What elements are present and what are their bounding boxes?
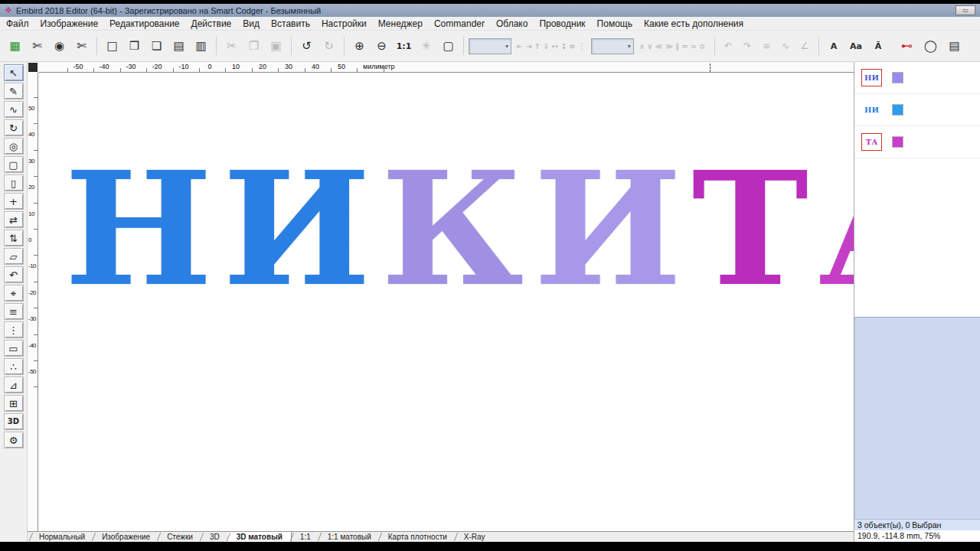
space-left-icon[interactable]: ≪ bbox=[655, 42, 662, 51]
stitch-size-combobox[interactable]: ▾ bbox=[591, 38, 634, 54]
balloon-icon[interactable]: ◯ bbox=[920, 36, 941, 57]
menu-view[interactable]: Вид bbox=[243, 18, 260, 29]
color-swatch[interactable] bbox=[892, 136, 903, 148]
object-thumbnail[interactable]: ТА bbox=[861, 133, 882, 151]
stitch-camera-icon[interactable]: ◉ bbox=[49, 36, 70, 57]
save-design-icon[interactable]: ▤ bbox=[944, 36, 965, 57]
same-width-icon[interactable]: ∥ bbox=[675, 42, 679, 51]
zoom-out-icon[interactable]: ⊖ bbox=[371, 36, 392, 57]
open-file-icon[interactable]: ❒ bbox=[124, 36, 145, 57]
outline-tool[interactable]: ▭ bbox=[4, 340, 24, 357]
tab-3d[interactable]: 3D bbox=[201, 532, 228, 542]
design-canvas[interactable]: НИКИТА bbox=[38, 73, 854, 531]
redo-icon[interactable]: ↻ bbox=[318, 36, 339, 57]
object-row[interactable]: ТА bbox=[854, 126, 980, 158]
menu-editing[interactable]: Редактирование bbox=[109, 18, 179, 29]
new-file-icon[interactable]: □ bbox=[102, 36, 122, 57]
menu-insert[interactable]: Вставить bbox=[271, 18, 310, 29]
lasso-tool[interactable]: ∿ bbox=[4, 101, 24, 118]
match-size-icon[interactable]: ≍ bbox=[691, 42, 697, 51]
zoom-tool[interactable]: ◎ bbox=[4, 138, 24, 155]
embroidery-design[interactable]: НИКИТА bbox=[64, 151, 854, 308]
tab-image[interactable]: Изображение bbox=[93, 532, 158, 542]
menu-cloud[interactable]: Облако bbox=[496, 18, 528, 29]
space-up-icon[interactable]: ∧ bbox=[639, 42, 645, 51]
tab-normal[interactable]: Нормальный bbox=[31, 532, 93, 542]
rotate-90-tool[interactable]: ↶ bbox=[4, 266, 24, 283]
edit-nodes-tool[interactable]: ✎ bbox=[4, 83, 24, 99]
rotate-tool[interactable]: ↻ bbox=[4, 119, 24, 136]
object-row[interactable]: НИ bbox=[854, 62, 980, 94]
object-thumbnail[interactable]: НИ bbox=[861, 101, 882, 119]
angle-icon[interactable]: ∠ bbox=[796, 36, 814, 57]
grid-tool[interactable]: ⊞ bbox=[4, 395, 24, 412]
distribute-tool[interactable]: ⋮ bbox=[4, 321, 24, 338]
save-file-icon[interactable]: ▤ bbox=[168, 36, 189, 57]
center-h-icon[interactable]: ↔ bbox=[552, 42, 558, 51]
density-icon[interactable]: ≡ bbox=[758, 36, 776, 57]
tab-x-ray[interactable]: X-Ray bbox=[456, 532, 494, 542]
menu-manager[interactable]: Менеджер bbox=[378, 18, 423, 29]
object-thumbnail[interactable]: НИ bbox=[861, 69, 882, 86]
merge-file-icon[interactable]: ❏ bbox=[146, 36, 167, 57]
menu-file[interactable]: Файл bbox=[6, 18, 29, 29]
align-top-icon[interactable]: ⇑ bbox=[534, 42, 541, 51]
move-tool[interactable]: + bbox=[4, 193, 24, 210]
center-tool[interactable]: ⌖ bbox=[4, 285, 24, 302]
mirror-horizontal-tool[interactable]: ⇄ bbox=[4, 211, 24, 228]
hoop-icon[interactable]: ▢ bbox=[438, 36, 459, 57]
distribute-h-icon[interactable]: ≡ bbox=[569, 42, 575, 51]
tab-1-1[interactable]: 1:1 bbox=[292, 532, 319, 542]
align-tool[interactable]: ≡ bbox=[4, 303, 24, 320]
menu-settings[interactable]: Настройки bbox=[322, 18, 367, 29]
tab-density-map[interactable]: Карта плотности bbox=[380, 532, 456, 542]
wave-stitch-icon[interactable]: ∿ bbox=[777, 36, 795, 57]
match-shape-icon[interactable]: ≎ bbox=[699, 42, 705, 51]
print-icon[interactable]: ▥ bbox=[191, 36, 211, 57]
redraw-icon[interactable]: ✳ bbox=[416, 36, 436, 57]
menu-commander[interactable]: Commander bbox=[434, 18, 485, 29]
duplicate-tool[interactable]: ▯ bbox=[4, 174, 24, 191]
presser-foot-tool[interactable]: ⊿ bbox=[4, 377, 24, 393]
space-right-icon[interactable]: ≫ bbox=[665, 42, 673, 51]
menu-explorer[interactable]: Проводник bbox=[539, 18, 585, 29]
space-down-icon[interactable]: ∨ bbox=[647, 42, 652, 51]
tab-1-1-matte[interactable]: 1:1 матовый bbox=[319, 532, 380, 542]
center-v-icon[interactable]: ↕ bbox=[560, 42, 567, 51]
menu-image[interactable]: Изображение bbox=[41, 18, 99, 29]
marquee-select-tool[interactable]: ▢ bbox=[4, 156, 24, 173]
tab-3d-matte[interactable]: 3D матовый bbox=[228, 532, 292, 542]
distribute-v-icon[interactable]: ⋮ bbox=[578, 42, 586, 51]
thread-palette-combobox[interactable]: ▾ bbox=[469, 38, 511, 54]
select-tool[interactable]: ↖ bbox=[4, 64, 24, 81]
cut-icon[interactable]: ✂ bbox=[221, 36, 242, 57]
undo-icon[interactable]: ↺ bbox=[296, 36, 317, 57]
view-3d-tool[interactable]: 3D bbox=[4, 413, 24, 430]
small-text-icon[interactable]: Aa bbox=[846, 36, 867, 57]
zoom-in-icon[interactable]: ⊕ bbox=[349, 36, 370, 57]
color-swatch[interactable] bbox=[892, 72, 903, 83]
trim-stitches-icon[interactable]: ✄ bbox=[71, 36, 92, 57]
align-right-icon[interactable]: ⇥ bbox=[525, 42, 531, 51]
split-stitches-icon[interactable]: ✄ bbox=[27, 36, 47, 57]
align-left-icon[interactable]: ⇤ bbox=[517, 42, 523, 51]
copy-icon[interactable]: ❐ bbox=[243, 36, 264, 57]
skew-tool[interactable]: ▱ bbox=[4, 248, 24, 265]
object-row[interactable]: НИ bbox=[854, 94, 980, 126]
zoom-actual-icon[interactable]: 1:1 bbox=[394, 36, 414, 57]
mirror-vertical-tool[interactable]: ⇅ bbox=[4, 230, 24, 246]
menu-help[interactable]: Помощь bbox=[597, 18, 632, 29]
same-height-icon[interactable]: = bbox=[681, 42, 688, 51]
align-bottom-icon[interactable]: ⇓ bbox=[543, 42, 549, 51]
font-engine-icon[interactable]: A bbox=[824, 36, 844, 57]
rotate-ccw-icon[interactable]: ↶ bbox=[720, 36, 737, 57]
tab-stitches[interactable]: Стежки bbox=[158, 532, 201, 542]
sewing-simulator-icon[interactable]: ▦ bbox=[5, 36, 25, 57]
registration-key-icon[interactable]: ⊷ bbox=[897, 36, 917, 57]
paste-icon[interactable]: ▣ bbox=[266, 36, 286, 57]
window-restore-button[interactable]: ▭ bbox=[956, 5, 975, 15]
color-swatch[interactable] bbox=[892, 104, 903, 116]
fancy-text-icon[interactable]: Ā bbox=[868, 36, 889, 57]
menu-addons[interactable]: Какие есть дополнения bbox=[644, 18, 743, 29]
sewing-machine-tool[interactable]: ⚙ bbox=[4, 432, 24, 448]
